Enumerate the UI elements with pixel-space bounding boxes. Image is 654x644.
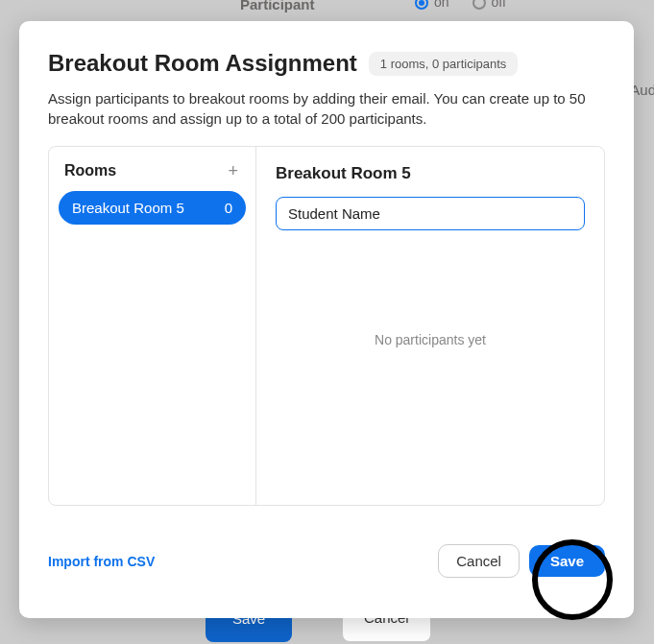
breakout-modal: Breakout Room Assignment 1 rooms, 0 part… [19,21,634,618]
no-participants-message: No participants yet [276,230,585,488]
participant-label: Participant [240,0,315,12]
rooms-header-label: Rooms [64,162,116,179]
room-item-count: 0 [225,200,232,216]
modal-title: Breakout Room Assignment [48,50,357,77]
modal-footer: Import from CSV Cancel Save [48,544,605,578]
radio-unchecked-icon [472,0,486,10]
aud-fragment: Aud [630,82,654,98]
radio-off-label: off [492,0,506,10]
radio-checked-icon [415,0,428,10]
room-list-item[interactable]: Breakout Room 5 0 [59,191,246,225]
footer-buttons: Cancel Save [438,544,605,578]
participant-name-input[interactable] [276,197,585,230]
modal-description: Assign participants to breakout rooms by… [48,88,605,129]
radio-off-option[interactable]: off [472,0,506,10]
add-room-icon[interactable]: + [224,160,242,181]
modal-header: Breakout Room Assignment 1 rooms, 0 part… [48,50,605,77]
radio-on-label: on [434,0,449,10]
panels-container: Rooms + Breakout Room 5 0 Breakout Room … [48,146,605,506]
import-csv-link[interactable]: Import from CSV [48,554,155,569]
save-button[interactable]: Save [529,545,605,577]
cancel-button[interactable]: Cancel [438,544,520,578]
room-detail-panel: Breakout Room 5 No participants yet [256,147,604,505]
rooms-count-badge: 1 rooms, 0 participants [369,52,519,76]
selected-room-title: Breakout Room 5 [276,164,585,183]
rooms-header-row: Rooms + [59,160,246,191]
radio-on-option[interactable]: on [415,0,449,10]
rooms-panel: Rooms + Breakout Room 5 0 [49,147,256,505]
participant-radio-group: on off [415,0,506,10]
room-item-label: Breakout Room 5 [72,200,184,216]
